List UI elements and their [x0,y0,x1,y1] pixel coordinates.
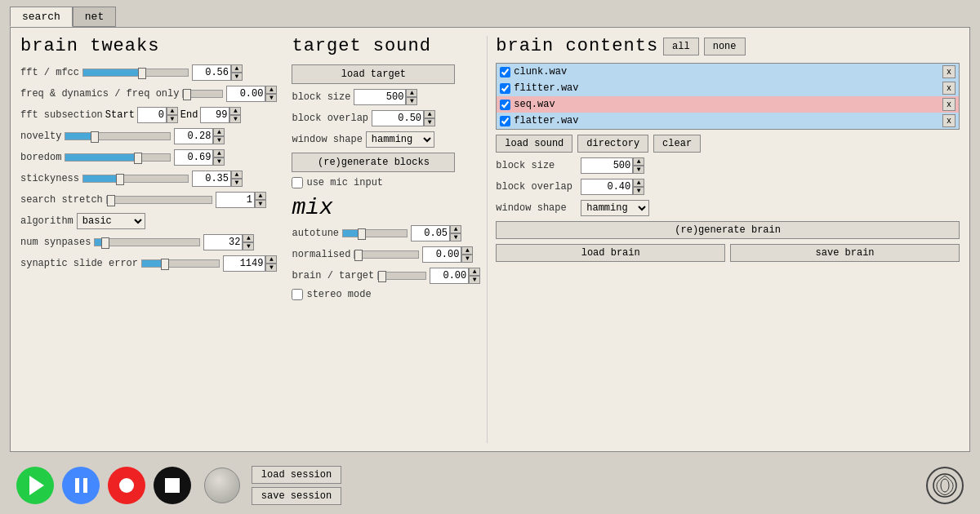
synaptic-error-down[interactable]: ▼ [265,264,277,272]
target-block-size-down[interactable]: ▼ [406,97,417,105]
stickyness-slider[interactable] [82,175,189,183]
boredom-down[interactable]: ▼ [213,157,225,166]
autotune-input[interactable]: ▲ ▼ [411,225,461,241]
target-window-shape-select[interactable]: hamming hanning blackman [366,131,434,148]
target-block-overlap-field[interactable] [372,110,424,126]
regen-brain-button[interactable]: (re)generate brain [496,221,960,239]
search-stretch-field[interactable] [216,192,255,208]
stop-button[interactable] [154,467,191,504]
stickyness-up[interactable]: ▲ [231,171,243,179]
brain-block-size-up[interactable]: ▲ [633,157,644,166]
directory-button[interactable]: directory [577,135,648,153]
load-target-button[interactable]: load target [292,64,455,84]
target-block-overlap-input[interactable]: ▲ ▼ [372,110,435,126]
novelty-up[interactable]: ▲ [213,128,225,136]
use-mic-checkbox[interactable] [292,177,303,188]
target-block-overlap-up[interactable]: ▲ [424,110,435,118]
brain-target-input[interactable]: ▲ ▼ [430,268,480,284]
num-synpases-input[interactable]: ▲ ▼ [203,234,254,250]
load-sound-button[interactable]: load sound [496,135,572,153]
brain-block-overlap-input[interactable]: ▲ ▼ [581,179,644,195]
novelty-slider[interactable] [65,132,171,140]
fft-start-down[interactable]: ▼ [167,115,178,123]
fft-end-field[interactable] [200,107,229,123]
file-flitter-checkbox[interactable] [500,83,510,94]
freq-dynamics-up[interactable]: ▲ [265,86,277,94]
target-block-size-field[interactable] [354,89,406,105]
num-synpases-up[interactable]: ▲ [243,234,254,242]
freq-dynamics-input[interactable]: ▲ ▼ [226,86,277,102]
freq-dynamics-field[interactable] [226,86,265,102]
load-session-button[interactable]: load session [252,466,341,484]
fft-end-down[interactable]: ▼ [229,115,241,123]
brain-block-size-field[interactable] [581,157,633,174]
autotune-slider[interactable] [342,229,408,237]
all-button[interactable]: all [663,38,699,55]
search-stretch-input[interactable]: ▲ ▼ [216,192,266,208]
brain-block-overlap-up[interactable]: ▲ [633,179,644,187]
synaptic-error-up[interactable]: ▲ [265,255,277,264]
boredom-input[interactable]: ▲ ▼ [174,149,225,166]
normalised-slider[interactable] [354,250,419,259]
file-flatter-checkbox[interactable] [500,116,510,126]
num-synpases-down[interactable]: ▼ [243,242,254,250]
play-button[interactable] [16,467,54,504]
search-stretch-slider[interactable] [106,196,212,204]
normalised-up[interactable]: ▲ [461,246,473,255]
target-block-size-up[interactable]: ▲ [406,89,417,97]
freq-dynamics-down[interactable]: ▼ [265,94,277,102]
fft-mfcc-input[interactable]: ▲ ▼ [192,64,243,81]
brain-target-down[interactable]: ▼ [469,276,480,284]
synaptic-error-input[interactable]: ▲ ▼ [223,255,277,272]
brain-block-overlap-field[interactable] [581,179,633,195]
file-clunk-remove[interactable]: x [942,65,956,78]
brain-block-overlap-down[interactable]: ▼ [633,187,644,195]
file-clunk-checkbox[interactable] [500,67,510,78]
fft-mfcc-slider[interactable] [82,69,189,77]
tab-net[interactable]: net [73,7,116,27]
brain-block-size-input[interactable]: ▲ ▼ [581,157,644,174]
record-button[interactable] [108,467,145,504]
autotune-down[interactable]: ▼ [450,233,461,241]
save-session-button[interactable]: save session [252,487,341,505]
fft-end-up[interactable]: ▲ [229,107,241,115]
fft-start-field[interactable] [137,107,167,123]
fft-mfcc-up[interactable]: ▲ [231,64,243,73]
brain-target-field[interactable] [430,268,469,284]
load-brain-button[interactable]: load brain [496,244,725,262]
stickyness-field[interactable] [192,171,231,187]
synaptic-error-slider[interactable] [141,259,220,268]
normalised-input[interactable]: ▲ ▼ [422,246,473,263]
file-seq-remove[interactable]: x [942,98,956,111]
none-button[interactable]: none [704,38,746,55]
brain-target-up[interactable]: ▲ [469,268,480,276]
pause-button[interactable] [62,467,100,504]
file-seq-checkbox[interactable] [500,100,510,110]
target-block-overlap-down[interactable]: ▼ [424,118,435,126]
boredom-up[interactable]: ▲ [213,149,225,157]
autotune-up[interactable]: ▲ [450,225,461,233]
fft-start-input[interactable]: ▲ ▼ [137,107,178,123]
novelty-field[interactable] [174,128,213,144]
file-flitter-remove[interactable]: x [942,82,956,95]
brain-block-size-down[interactable]: ▼ [633,166,644,174]
tab-search[interactable]: search [10,7,73,27]
search-stretch-up[interactable]: ▲ [255,192,266,200]
normalised-field[interactable] [422,246,461,263]
fft-mfcc-down[interactable]: ▼ [231,73,243,81]
fft-start-up[interactable]: ▲ [167,107,178,115]
target-block-size-input[interactable]: ▲ ▼ [354,89,417,105]
novelty-down[interactable]: ▼ [213,136,225,144]
autotune-field[interactable] [411,225,450,241]
clear-button[interactable]: clear [653,135,701,153]
search-stretch-down[interactable]: ▼ [255,200,266,208]
fft-end-input[interactable]: ▲ ▼ [200,107,241,123]
stereo-checkbox[interactable] [292,289,303,300]
num-synpases-field[interactable] [203,234,243,250]
volume-knob[interactable] [204,467,240,503]
num-synpases-slider[interactable] [94,238,200,246]
algorithm-select[interactable]: basic advanced neural [77,213,145,229]
freq-dynamics-slider[interactable] [182,90,223,98]
stickyness-down[interactable]: ▼ [231,179,243,187]
stickyness-input[interactable]: ▲ ▼ [192,171,243,187]
